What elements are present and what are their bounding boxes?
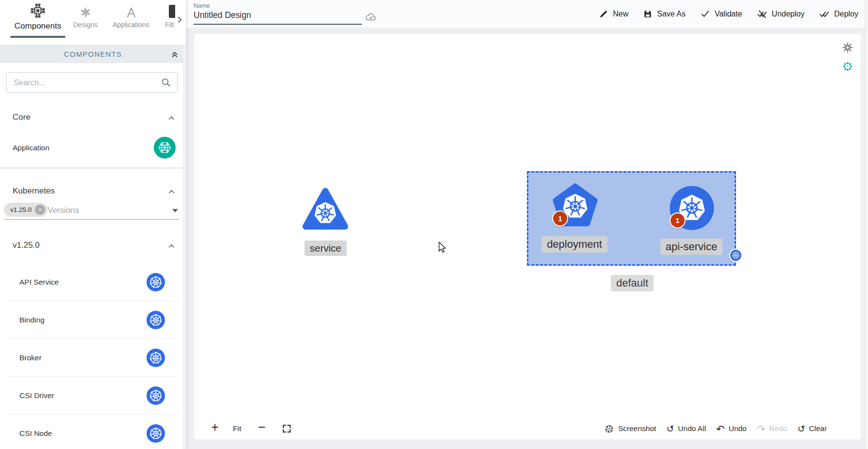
versions-dropdown-icon[interactable] xyxy=(172,209,178,212)
double-check-icon xyxy=(819,9,830,19)
tab-designs-label: Designs xyxy=(68,21,102,29)
tabs-scroll-right-icon[interactable] xyxy=(175,15,184,24)
undo-all-label: Undo All xyxy=(678,424,706,433)
validate-button-label: Validate xyxy=(715,10,742,18)
versions-placeholder[interactable]: Versions xyxy=(48,206,79,215)
deploy-button[interactable]: Deploy xyxy=(819,9,858,19)
chevron-up-icon[interactable] xyxy=(166,113,177,123)
design-topbar: Name New Save As xyxy=(186,0,868,28)
group-kubernetes-mini-icon xyxy=(730,250,741,261)
section-kubernetes[interactable]: Kubernetes xyxy=(0,184,186,200)
tab-applications[interactable]: Applications xyxy=(108,6,154,29)
screenshot-label: Screenshot xyxy=(618,424,656,433)
version-chip[interactable]: v1.25.0 × xyxy=(4,203,48,217)
check-icon xyxy=(700,9,710,19)
zoom-in-button[interactable]: + xyxy=(211,420,219,435)
redo-button[interactable]: ↷ Redo xyxy=(757,424,787,434)
design-name-label: Name xyxy=(194,2,210,9)
save-as-button-label: Save As xyxy=(657,10,686,18)
floppy-icon xyxy=(643,9,653,19)
node-service-label: service xyxy=(305,241,347,256)
canvas-settings-gear-icon[interactable] xyxy=(842,42,853,53)
double-check-crossed-icon xyxy=(757,9,768,19)
undo-all-button[interactable]: ↺ Undo All xyxy=(666,424,706,433)
page-scrollbar[interactable] xyxy=(865,0,868,449)
section-core[interactable]: Core xyxy=(0,111,186,126)
design-canvas[interactable]: service 1 deployment 1 api-service defau… xyxy=(194,34,861,439)
component-item-label: Application xyxy=(13,144,49,152)
search-icon xyxy=(161,77,172,89)
undo-button[interactable]: ↶ Undo xyxy=(716,424,747,434)
kubernetes-icon xyxy=(147,349,165,367)
versions-underline xyxy=(4,219,179,220)
node-service[interactable] xyxy=(301,186,349,234)
active-tab-indicator xyxy=(10,36,66,38)
undo-label: Undo xyxy=(729,424,747,433)
zoom-out-button[interactable]: − xyxy=(258,420,266,435)
undeploy-button[interactable]: Undeploy xyxy=(757,9,805,19)
deployment-count-badge: 1 xyxy=(552,210,568,226)
kubernetes-icon xyxy=(147,424,165,443)
clear-label: Clear xyxy=(809,424,827,433)
component-item-label: API Service xyxy=(19,278,59,287)
component-item-label: Binding xyxy=(19,316,45,324)
component-item-binding[interactable]: Binding xyxy=(0,301,186,339)
save-as-button[interactable]: Save As xyxy=(643,9,686,19)
component-item-csi-node[interactable]: CSI Node xyxy=(0,415,186,449)
version-chip-label: v1.25.0 xyxy=(10,206,32,213)
node-deployment-label: deployment xyxy=(541,236,607,253)
component-item-application[interactable]: Application xyxy=(0,135,186,161)
new-button-label: New xyxy=(613,10,628,18)
deploy-button-label: Deploy xyxy=(834,10,858,18)
component-item-label: CSI Driver xyxy=(19,391,54,400)
chevron-up-icon[interactable] xyxy=(166,241,177,251)
section-v1250-title: v1.25.0 xyxy=(13,241,40,250)
section-core-title: Core xyxy=(13,112,31,122)
group-default-label: default xyxy=(611,275,654,291)
new-button[interactable]: New xyxy=(599,9,628,19)
components-icon xyxy=(30,2,46,19)
tab-components[interactable]: Components xyxy=(10,2,66,31)
sidebar-tabbar: Components Designs xyxy=(0,0,186,39)
component-item-api-service[interactable]: API Service xyxy=(0,263,186,301)
sidebar-scrollbar[interactable] xyxy=(183,45,186,449)
component-item-broker[interactable]: Broker xyxy=(0,339,186,377)
tab-designs[interactable]: Designs xyxy=(68,6,102,29)
section-kubernetes-title: Kubernetes xyxy=(13,186,55,196)
undo-all-icon: ↺ xyxy=(666,424,674,433)
api-service-count-badge: 1 xyxy=(670,212,686,228)
design-workspace: Name New Save As xyxy=(186,0,868,449)
chip-remove-icon[interactable]: × xyxy=(35,205,45,215)
shutter-icon xyxy=(604,424,614,434)
redo-icon: ↷ xyxy=(757,424,766,434)
name-field-underline xyxy=(194,24,362,25)
components-panel-header: COMPONENTS xyxy=(0,45,186,63)
fullscreen-icon[interactable] xyxy=(282,424,292,433)
clear-icon: ↺ xyxy=(797,424,805,433)
component-item-csi-driver[interactable]: CSI Driver xyxy=(0,377,186,415)
section-divider xyxy=(0,168,186,168)
clear-button[interactable]: ↺ Clear xyxy=(797,424,827,433)
mouse-cursor xyxy=(438,241,446,254)
designs-icon xyxy=(79,6,92,19)
section-v1250[interactable]: v1.25.0 xyxy=(0,239,186,254)
kubernetes-icon xyxy=(147,311,165,329)
design-name-input[interactable] xyxy=(194,10,354,20)
screenshot-button[interactable]: Screenshot xyxy=(604,424,656,434)
collapse-panel-icon[interactable] xyxy=(169,48,180,59)
design-actions: New Save As Validate xyxy=(599,0,858,28)
panel-title: COMPONENTS xyxy=(64,50,122,58)
undeploy-button-label: Undeploy xyxy=(772,10,805,18)
search-input[interactable] xyxy=(7,73,177,92)
cloud-sync-icon xyxy=(365,12,377,21)
chevron-up-icon[interactable] xyxy=(166,187,177,197)
fit-view-button[interactable]: Fit xyxy=(233,424,241,433)
history-toolbar: Screenshot ↺ Undo All ↶ Undo ↷ Redo ↺ Cl… xyxy=(604,421,827,436)
tab-applications-label: Applications xyxy=(108,21,154,29)
kubernetes-cluster-icon[interactable] xyxy=(842,61,853,72)
validate-button[interactable]: Validate xyxy=(700,9,742,19)
component-item-label: Broker xyxy=(19,353,42,362)
kubernetes-icon xyxy=(147,273,165,291)
filters-icon xyxy=(169,5,175,18)
tab-components-label: Components xyxy=(10,21,66,31)
